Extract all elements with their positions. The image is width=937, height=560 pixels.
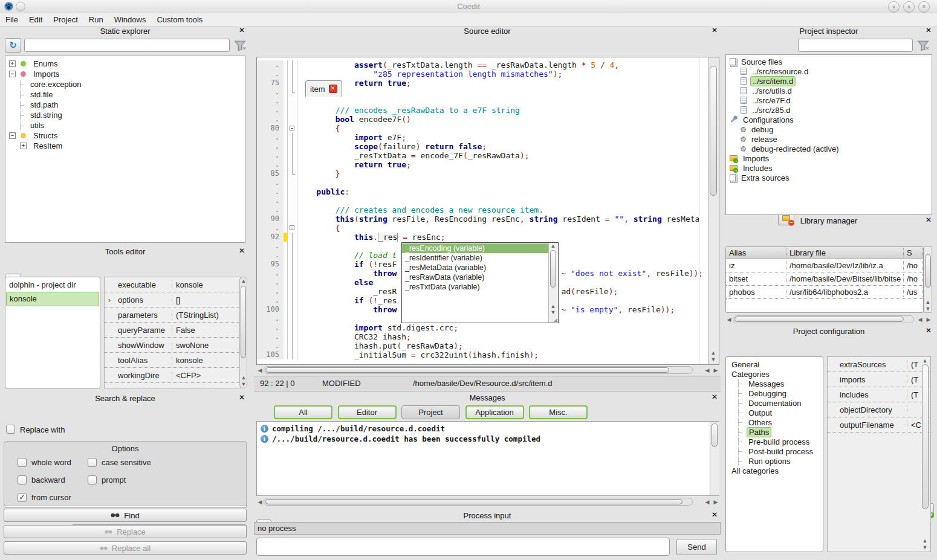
fold-margin[interactable]: [287, 124, 297, 133]
tree-item[interactable]: +Enums: [5, 59, 245, 69]
column-header[interactable]: Alias: [726, 248, 786, 257]
completion-item[interactable]: _resRawData (variable): [402, 272, 549, 282]
property-row[interactable]: includes(T: [828, 387, 930, 402]
checkbox-option[interactable]: backward: [18, 475, 65, 484]
category-item[interactable]: Messages: [726, 379, 823, 388]
close-icon[interactable]: ✕: [710, 393, 719, 401]
filter-button-application[interactable]: Application: [465, 405, 524, 419]
menu-item-custom-tools[interactable]: Custom tools: [151, 14, 208, 25]
code-line[interactable]: . _resTxtData = encode_7F(_resRawData);: [257, 151, 708, 160]
filter-icon[interactable]: ✕: [233, 39, 247, 54]
library-row[interactable]: iz/home/basile/Dev/Iz/lib/iz.a/ho: [726, 259, 923, 272]
send-button[interactable]: Send: [676, 539, 717, 555]
inspector-tree-item[interactable]: release: [726, 134, 932, 144]
code-line[interactable]: 85 }: [257, 169, 708, 178]
code-line[interactable]: . import std.digest.crc;: [257, 323, 708, 332]
editor-vscrollbar[interactable]: ▲ ▼: [708, 57, 719, 364]
tree-expander-icon[interactable]: −: [9, 71, 16, 77]
code-line[interactable]: 90 this(string resFile, ResEncoding resE…: [257, 214, 708, 224]
fold-margin[interactable]: [287, 224, 297, 233]
property-row[interactable]: showWindowswoNone: [105, 338, 240, 353]
category-item[interactable]: Debugging: [726, 388, 823, 398]
close-icon[interactable]: ✕: [924, 26, 933, 34]
tool-list-item[interactable]: konsole: [6, 292, 99, 306]
code-line[interactable]: 92 this._res = resEnc;: [257, 233, 708, 242]
close-icon[interactable]: ✕: [237, 26, 247, 34]
tab-item[interactable]: item✕: [305, 80, 342, 97]
checkbox-option[interactable]: whole word: [18, 458, 71, 467]
inspector-tree-item[interactable]: Includes: [726, 163, 932, 173]
category-item[interactable]: Output: [726, 408, 823, 417]
property-row[interactable]: workingDire<CFP>: [105, 368, 240, 383]
tree-item[interactable]: utils: [5, 120, 245, 130]
code-line[interactable]: .: [257, 178, 708, 187]
code-line[interactable]: . {: [257, 224, 708, 233]
library-vscrollbar[interactable]: ▲▼: [924, 246, 932, 313]
completion-item[interactable]: _resTxtData (variable): [402, 282, 549, 292]
property-row[interactable]: imports(T: [828, 372, 930, 387]
maximize-button[interactable]: ∧: [903, 1, 915, 13]
property-value[interactable]: konsole: [172, 356, 240, 365]
property-row[interactable]: toolAliaskonsole: [105, 353, 240, 368]
tree-item[interactable]: std.file: [5, 89, 245, 100]
code-line[interactable]: . scope(failure) return false;: [257, 142, 708, 151]
completion-item[interactable]: _resIdentifier (variable): [402, 253, 549, 263]
property-value[interactable]: False: [172, 326, 240, 335]
find-button[interactable]: Find: [4, 509, 247, 522]
code-line[interactable]: .: [257, 196, 708, 205]
inspector-tree-item[interactable]: ../src/e7F.d: [726, 95, 932, 105]
tree-item[interactable]: std.string: [5, 110, 245, 120]
inspector-tree-item[interactable]: Configurations: [726, 115, 932, 124]
category-item[interactable]: All categories: [726, 466, 823, 475]
inspector-tree-item[interactable]: debug: [726, 124, 932, 134]
menu-item-project[interactable]: Project: [48, 14, 83, 25]
filter-button-misc[interactable]: Misc.: [529, 405, 588, 419]
code-line[interactable]: . bool encodee7F(): [257, 115, 708, 124]
inspector-tree-item[interactable]: Source files: [726, 57, 932, 66]
inspector-filter-input[interactable]: [798, 39, 913, 52]
replace-with-checkbox[interactable]: [6, 425, 15, 434]
code-line[interactable]: . ihash.put(_resRawData);: [257, 341, 708, 350]
inspector-tree-item[interactable]: ../src/resource.d: [726, 66, 932, 76]
configuration-grid-scrollbar[interactable]: ▲ ▲▼: [921, 358, 930, 551]
filter-icon[interactable]: ✕: [916, 39, 930, 54]
filter-button-editor[interactable]: Editor: [338, 405, 397, 419]
library-row[interactable]: bitset/home/basile/Dev/Bitset/lib/bitse/…: [726, 272, 923, 286]
property-value[interactable]: (TStringList): [172, 311, 240, 320]
replace-button[interactable]: Replace: [4, 525, 247, 538]
property-row[interactable]: parameters(TStringList): [105, 307, 240, 323]
code-line[interactable]: . return true;: [257, 160, 708, 169]
minimize-button[interactable]: ∨: [888, 1, 900, 13]
property-value[interactable]: <CFP>: [172, 371, 240, 380]
tree-expander-icon[interactable]: +: [20, 143, 27, 149]
code-line[interactable]: . CRC32 ihash;: [257, 332, 708, 341]
inspector-tree-item[interactable]: ../src/z85.d: [726, 105, 932, 115]
menu-item-file[interactable]: File: [0, 14, 24, 25]
code-line[interactable]: . import e7F;: [257, 133, 708, 142]
code-line[interactable]: . /// creates and encodes a new resource…: [257, 205, 708, 214]
inspector-tree-item[interactable]: Imports: [726, 153, 932, 163]
code-line[interactable]: 105 _initialSum = crc322uint(ihash.finis…: [257, 350, 708, 359]
completion-scrollbar[interactable]: ▲ ▲ ▼ ◢: [548, 243, 558, 323]
menu-item-edit[interactable]: Edit: [24, 14, 48, 25]
message-row[interactable]: i/.../build/resource.d.coedit has been s…: [257, 434, 719, 444]
close-icon[interactable]: ✕: [237, 393, 247, 402]
code-line[interactable]: . assert(_resTxtData.length == _resRawDa…: [257, 60, 708, 69]
property-row[interactable]: outputFilename<C: [828, 417, 930, 433]
close-icon[interactable]: ✕: [237, 246, 247, 255]
property-value[interactable]: konsole: [172, 280, 240, 289]
property-row[interactable]: objectDirectory: [828, 402, 930, 417]
close-window-button[interactable]: ✕: [918, 1, 930, 13]
message-row[interactable]: icompiling /.../build/resource.d.coedit: [257, 423, 719, 434]
menu-item-windows[interactable]: Windows: [109, 14, 152, 25]
process-input-field[interactable]: [256, 538, 670, 556]
property-value[interactable]: []: [172, 295, 240, 304]
category-item[interactable]: Run options: [726, 456, 823, 466]
tree-item[interactable]: −Imports: [5, 69, 245, 79]
code-line[interactable]: . public:: [257, 187, 708, 196]
tree-item[interactable]: +ResItem: [5, 141, 245, 151]
checkbox-prompt[interactable]: [88, 475, 97, 484]
inspector-tree-item[interactable]: ../src/item.d: [726, 76, 932, 86]
checkbox-option[interactable]: ✓from cursor: [18, 493, 71, 502]
property-row[interactable]: executablekonsole: [105, 277, 240, 292]
